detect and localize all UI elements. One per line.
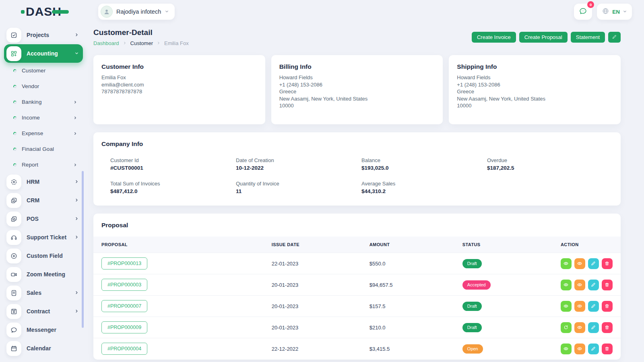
messages-button[interactable]: 0	[574, 4, 592, 20]
eye-action-button[interactable]	[574, 322, 585, 333]
status-badge: Accepted	[462, 280, 491, 290]
trash-action-button[interactable]	[602, 258, 613, 269]
chevron-right-icon	[74, 215, 79, 222]
sidebar-item-label: Finacial Goal	[22, 146, 77, 152]
status-badge: Open	[462, 344, 483, 354]
sidebar-item-calendar[interactable]: Calendar	[4, 339, 83, 358]
trash-action-button[interactable]	[602, 343, 613, 354]
save-icon	[6, 304, 21, 319]
pencil-action-button[interactable]	[588, 343, 599, 354]
trash-action-button[interactable]	[602, 322, 613, 333]
sidebar-scrollbar[interactable]	[82, 171, 84, 328]
company-selector[interactable]: Rajodiya infotech	[98, 4, 175, 20]
eye-action-button[interactable]	[574, 258, 585, 269]
sidebar-item-income[interactable]: Income	[4, 110, 83, 125]
proposal-table-head: PROPOSALISSUE DATEAMOUNTSTATUSACTION	[93, 237, 621, 253]
chevron-right-icon	[74, 308, 79, 315]
billing-info-card: Billing Info Howard Fields+1 (248) 153-2…	[271, 55, 443, 124]
eye-action-button[interactable]	[574, 280, 585, 290]
proposal-id-link[interactable]: #PROP000004	[101, 343, 147, 355]
sidebar-item-contract[interactable]: Contract	[4, 302, 83, 321]
row-actions	[561, 258, 613, 269]
info-line: Greece	[457, 88, 613, 95]
info-line: New Aasamj, New York, United States	[279, 95, 435, 103]
create-invoice-button[interactable]: Create Invoice	[472, 32, 516, 43]
eye-action-button[interactable]	[574, 301, 585, 312]
video-icon	[6, 267, 21, 282]
crm-icon	[6, 193, 21, 208]
pencil-action-button[interactable]	[588, 322, 599, 333]
amount: $94,657.5	[361, 274, 454, 296]
eye-icon	[577, 282, 582, 288]
eye-action-button[interactable]	[574, 343, 585, 354]
pencil-action-button[interactable]	[588, 301, 599, 312]
bullet-icon	[13, 132, 17, 136]
sidebar-item-report[interactable]: Report	[4, 157, 83, 173]
customer-info-lines: Emilia Foxemilia@client.com7878787878787…	[101, 74, 257, 95]
table-row: #PROP00000920-01-2023$210.0Draft	[93, 317, 621, 338]
proposal-id-link[interactable]: #PROP000013	[101, 257, 147, 269]
sidebar-item-custom-field[interactable]: Custom Field	[4, 247, 83, 265]
refresh-action-button[interactable]	[561, 322, 572, 333]
sidebar-item-label: HRM	[27, 179, 69, 185]
sidebar-item-hrm[interactable]: HRM	[4, 173, 83, 191]
page-title: Customer-Detail	[93, 28, 189, 37]
status-badge: Draft	[462, 302, 482, 311]
sidebar-item-finacial-goal[interactable]: Finacial Goal	[4, 141, 83, 157]
breadcrumb-dashboard[interactable]: Dashboard	[93, 40, 119, 46]
proposal-id-link[interactable]: #PROP000003	[101, 279, 147, 291]
bullet-icon	[13, 100, 17, 104]
chat-bubble-icon	[579, 7, 587, 17]
sidebar-item-crm[interactable]: CRM	[4, 191, 83, 210]
sidebar-item-expense[interactable]: Expense	[4, 125, 83, 141]
sidebar-item-zoom-meeting[interactable]: Zoom Meeting	[4, 265, 83, 284]
sidebar-item-vendor[interactable]: Vendor	[4, 78, 83, 94]
amount: $157.5	[361, 296, 454, 317]
eye-icon	[577, 261, 582, 266]
sidebar-item-banking[interactable]: Banking	[4, 94, 83, 110]
edit-customer-button[interactable]	[608, 32, 621, 43]
chevron-right-icon	[74, 178, 79, 185]
proposal-id-link[interactable]: #PROP000009	[101, 321, 147, 333]
chevron-right-icon	[74, 234, 79, 241]
breadcrumb-current: Emilia Fox	[164, 40, 189, 46]
eye-icon	[577, 325, 582, 330]
field-value: #CUST00001	[110, 165, 236, 171]
pencil-action-button[interactable]	[588, 280, 599, 290]
field-value: 10-12-2022	[236, 165, 361, 171]
sidebar-item-accounting[interactable]: Accounting	[4, 44, 83, 63]
checkbox-icon	[6, 28, 21, 43]
proposal-id-link[interactable]: #PROP000007	[101, 300, 147, 312]
eye-icon	[563, 282, 569, 288]
sidebar-item-messenger[interactable]: Messenger	[4, 321, 83, 339]
sidebar-item-sales[interactable]: Sales	[4, 284, 83, 302]
trash-icon	[604, 346, 610, 352]
create-proposal-button[interactable]: Create Proposal	[519, 32, 568, 43]
sidebar-item-customer[interactable]: Customer	[4, 63, 83, 78]
trash-action-button[interactable]	[602, 301, 613, 312]
sidebar-item-support-ticket[interactable]: Support Ticket	[4, 228, 83, 247]
sidebar-item-label: Report	[22, 162, 68, 168]
chevron-right-icon	[123, 40, 127, 46]
eye-action-button[interactable]	[561, 301, 572, 312]
trash-action-button[interactable]	[602, 280, 613, 290]
brand-logo[interactable]: DASH	[21, 6, 85, 18]
breadcrumb-customer[interactable]: Customer	[130, 40, 153, 46]
company-field-average-sales: Average Sales$44,310.2	[361, 181, 487, 194]
bullet-icon	[13, 69, 17, 73]
sidebar-item-label: Zoom Meeting	[27, 271, 79, 278]
sidebar-item-projects[interactable]: Projects	[4, 26, 83, 44]
eye-action-button[interactable]	[561, 258, 572, 269]
field-label: Customer Id	[110, 157, 236, 163]
row-actions	[561, 280, 613, 290]
company-info-card: Company Info Customer Id#CUST00001Date o…	[93, 132, 621, 206]
language-selector[interactable]: EN	[597, 4, 632, 20]
globe-icon	[602, 7, 609, 16]
eye-action-button[interactable]	[561, 343, 572, 354]
eye-action-button[interactable]	[561, 280, 572, 290]
statement-button[interactable]: Statement	[571, 32, 605, 43]
table-row: #PROP00000422-12-2022$3,415.5Open	[93, 338, 621, 360]
sidebar: ProjectsAccountingCustomerVendorBankingI…	[4, 26, 83, 358]
sidebar-item-pos[interactable]: POS	[4, 210, 83, 228]
pencil-action-button[interactable]	[588, 258, 599, 269]
